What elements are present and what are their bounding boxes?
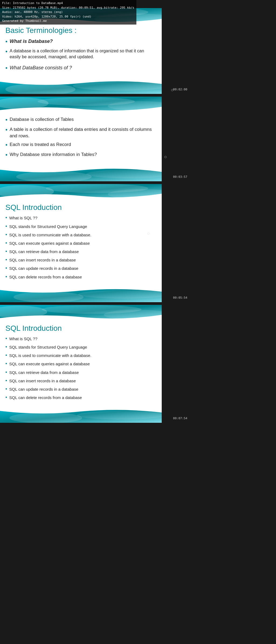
bullet-dot: • <box>5 240 7 247</box>
slide4-bullet8-text: SQL can delete records from a database <box>9 395 82 400</box>
slide3-timestamp: 00:05:54 <box>173 296 187 299</box>
slide3-bullet4: • SQL can execute queries against a data… <box>5 240 154 247</box>
bullet-dot: • <box>5 231 7 238</box>
file-info-line3: Audio: aac, 48000 Hz, stereo (eng) <box>2 10 134 15</box>
slide3-bullet6-text: SQL can insert records in a database <box>9 257 76 263</box>
slide2-bullet1: • Database is collection of Tables <box>5 116 154 124</box>
slide4: SQL Introduction • What is SQL ?? • SQL … <box>0 305 162 423</box>
gap3 <box>0 302 189 305</box>
bullet-dot: • <box>5 386 7 393</box>
slide2: • Database is collection of Tables • A t… <box>0 97 162 181</box>
slide1-bullet2-text: A database is a collection of informatio… <box>10 48 154 60</box>
slide2-bullet2-text: A table is a collection of related data … <box>10 126 154 139</box>
bullet-dot: • <box>5 369 7 376</box>
slide2-wrapper: • Database is collection of Tables • A t… <box>0 97 189 181</box>
slide2-bullet2: • A table is a collection of related dat… <box>5 126 154 139</box>
slide2-wave-bottom <box>0 166 162 181</box>
bullet-dot: • <box>5 248 7 255</box>
slide2-bullet3: • Each row is treated as Record <box>5 141 154 149</box>
slide4-wrapper: SQL Introduction • What is SQL ?? • SQL … <box>0 305 189 423</box>
cursor-slide1 <box>171 89 173 91</box>
slide4-title: SQL Introduction <box>5 324 154 333</box>
bullet-dot: • <box>5 257 7 263</box>
slide1-wave-bottom <box>0 79 162 94</box>
slide3-bullet1-text: What is SQL ?? <box>9 215 37 221</box>
slide3-bullet5-text: SQL can retrieve data from a database <box>9 249 79 254</box>
bullet-dot: • <box>5 214 7 221</box>
slide4-bullet4: • SQL can execute queries against a data… <box>5 361 154 367</box>
slide2-bullet4: • Why Database store information in Tabl… <box>5 151 154 159</box>
slide4-bullet1: • What is SQL ?? <box>5 336 154 342</box>
file-info-line5: Generated by Thumbnail.me <box>2 19 134 23</box>
slide3-bullet2: • SQL stands for Structured Query Langua… <box>5 224 154 230</box>
slide3-wrapper: SQL Introduction • What is SQL ?? • SQL … <box>0 184 189 302</box>
slide4-wave-bottom <box>0 408 162 423</box>
slide3-bullet5: • SQL can retrieve data from a database <box>5 249 154 255</box>
gap2 <box>0 181 189 184</box>
slide3-bullet8: • SQL can delete records from a database <box>5 274 154 280</box>
slide4-bullet5-text: SQL can retrieve data from a database <box>9 370 79 375</box>
slide3-title: SQL Introduction <box>5 203 154 212</box>
bullet-dot: • <box>5 116 8 124</box>
bullet-dot: • <box>5 64 8 72</box>
slide4-content: SQL Introduction • What is SQL ?? • SQL … <box>0 320 162 408</box>
slide4-bullet8: • SQL can delete records from a database <box>5 395 154 401</box>
slide4-bullet2-text: SQL stands for Structured Query Language <box>9 344 87 350</box>
svg-point-19 <box>13 292 84 302</box>
slide2-timestamp: 00:03:57 <box>173 175 187 179</box>
slide3-bullet3: • SQL is used to communicate with a data… <box>5 232 154 238</box>
slide3-content: SQL Introduction • What is SQL ?? • SQL … <box>0 199 162 287</box>
slide3-bullet7-text: SQL can update records in a database <box>9 265 78 271</box>
slide4-bullet7-text: SQL can update records in a database <box>9 386 78 392</box>
file-info-line2: Size: 2179502 bytes (20.78 MiB), duratio… <box>2 6 134 10</box>
bullet-dot: • <box>5 126 8 134</box>
slide1-bullet1-text: What is Database? <box>10 38 53 45</box>
file-info-line1: File: Introduction to DataBase.mp4 <box>2 1 134 6</box>
bullet-dot: • <box>5 38 8 46</box>
slide3-bullet8-text: SQL can delete records from a database <box>9 274 82 280</box>
slide4-bullet4-text: SQL can execute queries against a databa… <box>9 361 90 367</box>
slide1-bullet1: • What is Database? <box>5 38 154 46</box>
slide3-wave-bottom <box>0 287 162 302</box>
slide2-bullet4-text: Why Database store information in Tables… <box>10 151 97 158</box>
bullet-dot: • <box>5 47 8 56</box>
file-info-line4: Video: h264, yuv420p, 1280x720, 25.00 fp… <box>2 15 134 19</box>
slide1-bullet2: • A database is a collection of informat… <box>5 48 154 60</box>
bullet-dot: • <box>5 141 8 149</box>
bottom-padding <box>0 423 276 434</box>
slide4-bullet6: • SQL can insert records in a database <box>5 378 154 384</box>
slide4-bullet7: • SQL can update records in a database <box>5 386 154 393</box>
slide3: SQL Introduction • What is SQL ?? • SQL … <box>0 184 162 302</box>
slide1-content: Basic Terminologies : • What is Database… <box>0 23 162 79</box>
slide3-bullet7: • SQL can update records in a database <box>5 265 154 272</box>
bullet-dot: • <box>5 274 7 280</box>
slide3-bullet3-text: SQL is used to communicate with a databa… <box>9 232 91 238</box>
file-info-overlay: File: Introduction to DataBase.mp4 Size:… <box>0 0 136 25</box>
slide2-wave-top <box>0 97 162 111</box>
bullet-dot: • <box>5 335 7 342</box>
slide2-bullet3-text: Each row is treated as Record <box>10 141 71 148</box>
bullet-dot: • <box>5 344 7 350</box>
page-container: File: Introduction to DataBase.mp4 Size:… <box>0 0 276 644</box>
slide3-bullet4-text: SQL can execute queries against a databa… <box>9 240 90 246</box>
slide4-bullet6-text: SQL can insert records in a database <box>9 378 76 384</box>
svg-point-27 <box>77 411 162 420</box>
gap1 <box>0 94 189 97</box>
bullet-dot: • <box>5 360 7 367</box>
slide4-wave-top <box>0 305 162 320</box>
slide1-title: Basic Terminologies : <box>5 26 154 35</box>
slide3-bullet1: • What is SQL ?? <box>5 215 154 221</box>
bullet-dot: • <box>5 377 7 384</box>
bullet-dot: • <box>5 151 8 159</box>
slide4-bullet2: • SQL stands for Structured Query Langua… <box>5 344 154 350</box>
bullet-dot: • <box>5 394 7 401</box>
slide4-timestamp: 00:07:54 <box>173 417 187 420</box>
slide4-bullet1-text: What is SQL ?? <box>9 336 37 342</box>
slide3-wave-top <box>0 184 162 199</box>
slide3-bullet2-text: SQL stands for Structured Query Language <box>9 224 87 229</box>
slide4-bullet3-text: SQL is used to communicate with a databa… <box>9 353 91 358</box>
cursor-slide2 <box>164 156 167 158</box>
slide2-bullet1-text: Database is collection of Tables <box>10 116 74 123</box>
bullet-dot: • <box>5 223 7 230</box>
slide4-bullet5: • SQL can retrieve data from a database <box>5 370 154 376</box>
